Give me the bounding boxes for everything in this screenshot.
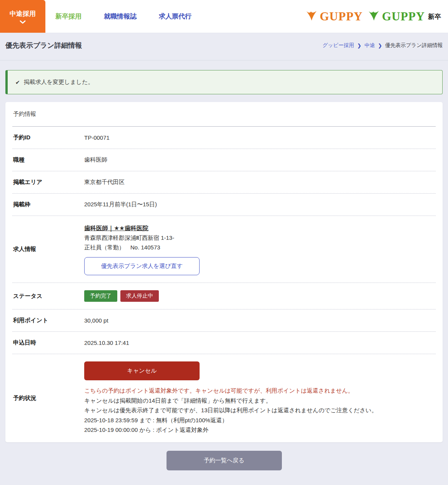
reservation-detail-card: 予約情報 予約ID TP-00071 職種 歯科医師 掲載エリア 東京都千代田区… xyxy=(5,102,443,442)
guppy-fish-icon xyxy=(306,10,317,23)
status-badge-stopped: 求人停止中 xyxy=(120,290,159,302)
field-value: 30,000 pt xyxy=(84,317,108,324)
nav-item-proxy[interactable]: 求人票代行 xyxy=(159,12,192,21)
card-title: 予約情報 xyxy=(12,102,436,127)
logo-shinsotsu-label: 新卒 xyxy=(428,12,441,21)
table-row-applied-at: 申込日時 2025.10.30 17:41 xyxy=(12,332,436,354)
tab-mid-career-label: 中途採用 xyxy=(10,9,36,18)
check-icon: ✔ xyxy=(15,79,20,85)
field-label: 求人情報 xyxy=(13,246,84,253)
job-address: 青森県西津軽郡深浦町西新宿 1-13- xyxy=(84,233,200,243)
chevron-right-icon: ❯ xyxy=(357,43,361,48)
page-header: 優先表示プラン詳細情報 グッピー採用 ❯ 中途 ❯ 優先表示プラン詳細情報 xyxy=(0,33,448,60)
cancel-note: キャンセルは優先表示終了まで可能ですが、13日前以降は利用ポイントは返還されませ… xyxy=(84,405,377,415)
cancel-note: キャンセルは掲載開始の14日前まで「詳細情報」から無料で行えます。 xyxy=(84,396,377,406)
logo-area: GUPPY GUPPY 新卒 xyxy=(306,0,441,33)
top-navigation: 中途採用 新卒採用 就職情報誌 求人票代行 GUPPY GUPPY 新卒 xyxy=(0,0,448,33)
cancel-note: 2025-10-19 00:00:00 から : ポイント返還対象外 xyxy=(84,425,377,435)
guppy-logo[interactable]: GUPPY xyxy=(306,10,363,23)
field-label: 掲載エリア xyxy=(13,179,84,186)
job-info-block: 歯科医師｜★★歯科医院 青森県西津軽郡深浦町西新宿 1-13- 正社員（常勤） … xyxy=(84,223,200,275)
table-row-reservation-id: 予約ID TP-00071 xyxy=(12,127,436,149)
breadcrumb: グッピー採用 ❯ 中途 ❯ 優先表示プラン詳細情報 xyxy=(323,42,443,49)
field-label: 職種 xyxy=(13,156,84,164)
field-label: 予約状況 xyxy=(13,395,84,402)
job-posting-link[interactable]: 歯科医師｜★★歯科医院 xyxy=(84,225,148,231)
field-label: 利用ポイント xyxy=(13,317,84,324)
reservation-state-block: キャンセル こちらの予約はポイント返還対象外です。キャンセルは可能ですが、利用ポ… xyxy=(84,361,377,435)
back-to-list-button[interactable]: 予約一覧へ戻る xyxy=(167,451,282,470)
cancel-button[interactable]: キャンセル xyxy=(84,361,200,380)
nav-item-new-grad[interactable]: 新卒採用 xyxy=(55,12,82,21)
job-employment-type: 正社員（常勤） No. 140573 xyxy=(84,243,200,253)
field-value: 東京都千代田区 xyxy=(84,179,125,186)
guppy-logo-text-green: GUPPY xyxy=(382,10,425,23)
success-alert: ✔ 掲載求人を変更しました。 xyxy=(5,70,443,94)
field-value: 歯科医師 xyxy=(84,156,107,164)
status-badge-reserved: 予約完了 xyxy=(84,290,117,302)
guppy-fish-icon-green xyxy=(368,10,380,23)
field-value: TP-00071 xyxy=(84,134,110,141)
success-alert-message: 掲載求人を変更しました。 xyxy=(24,79,94,86)
page-title: 優先表示プラン詳細情報 xyxy=(5,41,82,50)
status-badges: 予約完了 求人停止中 xyxy=(84,290,159,302)
field-value: 2025年11月前半(1日〜15日) xyxy=(84,201,157,208)
field-label: 申込日時 xyxy=(13,339,84,346)
table-row-job-info: 求人情報 歯科医師｜★★歯科医院 青森県西津軽郡深浦町西新宿 1-13- 正社員… xyxy=(12,216,436,283)
table-row-slot: 掲載枠 2025年11月前半(1日〜15日) xyxy=(12,194,436,216)
tab-mid-career[interactable]: 中途採用 xyxy=(0,0,45,33)
reselect-job-button[interactable]: 優先表示プラン求人を選び直す xyxy=(84,257,200,275)
breadcrumb-link-chuto[interactable]: 中途 xyxy=(365,42,375,49)
nav-links: 新卒採用 就職情報誌 求人票代行 xyxy=(55,0,192,33)
field-label: ステータス xyxy=(13,293,84,300)
breadcrumb-link-guppy[interactable]: グッピー採用 xyxy=(323,42,354,49)
table-row-points: 利用ポイント 30,000 pt xyxy=(12,309,436,332)
breadcrumb-current: 優先表示プラン詳細情報 xyxy=(385,42,443,49)
cancel-note: 2025-10-18 23:59:59 まで : 無料（利用ptの100%返還） xyxy=(84,415,377,425)
table-row-area: 掲載エリア 東京都千代田区 xyxy=(12,171,436,194)
table-row-reservation-state: 予約状況 キャンセル こちらの予約はポイント返還対象外です。キャンセルは可能です… xyxy=(12,354,436,442)
field-label: 予約ID xyxy=(13,134,84,141)
table-row-status: ステータス 予約完了 求人停止中 xyxy=(12,283,436,309)
field-label: 掲載枠 xyxy=(13,201,84,208)
chevron-down-icon xyxy=(20,20,26,24)
chevron-right-icon: ❯ xyxy=(378,43,382,48)
guppy-logo-text: GUPPY xyxy=(320,10,363,23)
field-value: 2025.10.30 17:41 xyxy=(84,340,129,346)
nav-item-magazine[interactable]: 就職情報誌 xyxy=(104,12,137,21)
guppy-shinsotsu-logo[interactable]: GUPPY 新卒 xyxy=(368,10,441,23)
table-row-occupation: 職種 歯科医師 xyxy=(12,149,436,171)
cancel-warning-text: こちらの予約はポイント返還対象外です。キャンセルは可能ですが、利用ポイントは返還… xyxy=(84,386,377,396)
